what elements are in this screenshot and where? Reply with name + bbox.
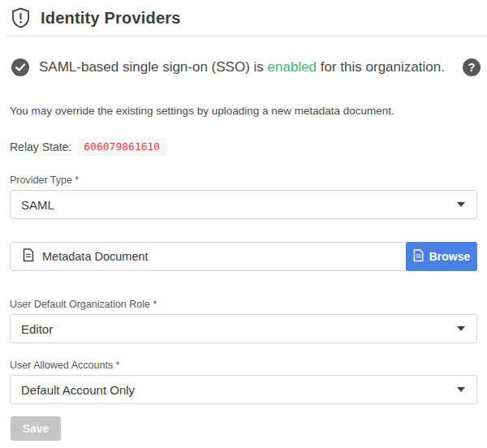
chevron-down-icon bbox=[457, 387, 465, 392]
chevron-down-icon bbox=[457, 326, 465, 331]
page-header: Identity Providers bbox=[8, 0, 487, 37]
document-icon bbox=[23, 248, 34, 265]
user-default-org-role-select[interactable]: Editor bbox=[10, 314, 477, 343]
metadata-document-placeholder: Metadata Document bbox=[42, 250, 149, 263]
relay-state-value: 606079861610 bbox=[77, 137, 166, 156]
help-icon[interactable]: ? bbox=[463, 58, 481, 76]
sso-status-enabled: enabled bbox=[268, 59, 317, 75]
provider-type-field: Provider Type * SAML bbox=[10, 174, 477, 219]
provider-type-label: Provider Type * bbox=[10, 174, 477, 186]
sso-status-row: SAML-based single sign-on (SSO) is enabl… bbox=[11, 58, 481, 76]
identity-providers-page: Identity Providers SAML-based single sig… bbox=[0, 0, 487, 448]
user-default-org-role-value: Editor bbox=[21, 322, 53, 336]
relay-state-label: Relay State: bbox=[10, 140, 71, 153]
user-default-org-role-label: User Default Organization Role * bbox=[10, 299, 477, 310]
provider-type-value: SAML bbox=[21, 198, 54, 212]
browse-button-label: Browse bbox=[429, 250, 471, 263]
check-circle-icon bbox=[11, 58, 29, 76]
document-icon bbox=[413, 249, 424, 265]
help-icon-glyph: ? bbox=[468, 61, 476, 74]
user-allowed-accounts-field: User Allowed Accounts * Default Account … bbox=[10, 360, 477, 404]
sso-status-text: SAML-based single sign-on (SSO) is enabl… bbox=[39, 59, 456, 75]
description-text: You may override the existing settings b… bbox=[10, 105, 477, 117]
shield-exclamation-icon bbox=[11, 7, 30, 28]
user-allowed-accounts-label: User Allowed Accounts * bbox=[10, 360, 477, 371]
browse-button[interactable]: Browse bbox=[406, 242, 477, 271]
user-allowed-accounts-select[interactable]: Default Account Only bbox=[10, 375, 477, 404]
metadata-document-row: Metadata Document Browse bbox=[10, 242, 477, 271]
page-title: Identity Providers bbox=[41, 9, 181, 28]
chevron-down-icon bbox=[457, 202, 465, 207]
sso-status-text-before: SAML-based single sign-on (SSO) is bbox=[39, 59, 268, 75]
relay-state-row: Relay State: 606079861610 bbox=[10, 137, 477, 156]
user-default-org-role-field: User Default Organization Role * Editor bbox=[10, 299, 477, 343]
sso-status-text-after: for this organization. bbox=[317, 59, 445, 75]
user-allowed-accounts-value: Default Account Only bbox=[21, 383, 135, 397]
provider-type-select[interactable]: SAML bbox=[10, 190, 477, 219]
save-button[interactable]: Save bbox=[11, 416, 61, 441]
